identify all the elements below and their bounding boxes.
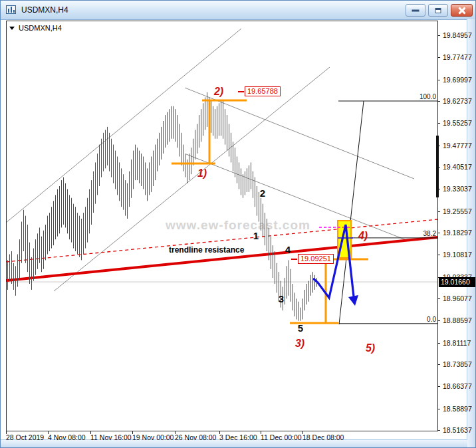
time-axis-label: 11 Dec 00:00	[261, 433, 302, 441]
price-axis-label: 19.69997	[443, 76, 472, 84]
price-axis-label: 19.10817	[443, 251, 472, 259]
price-flag-dash	[238, 91, 244, 92]
price-tick	[437, 320, 440, 321]
price-tick	[437, 57, 440, 58]
price-tick	[437, 80, 440, 80]
current-price-box: 19.01660	[439, 277, 475, 287]
restore-button[interactable]	[428, 4, 448, 17]
price-tick	[437, 233, 440, 233]
time-axis-label: 3 Dec 16:00	[219, 433, 257, 441]
price-tick	[437, 409, 440, 409]
price-tick	[437, 211, 440, 212]
chart-icon	[6, 5, 16, 14]
price-axis-label: 18.66377	[443, 382, 472, 390]
price-axis-label: 18.51637	[443, 426, 472, 434]
price-flag[interactable]: 19.65788	[245, 86, 281, 96]
time-axis-label: 28 Oct 2019	[6, 433, 44, 441]
title-bar[interactable]: USDMXN,H4	[1, 1, 475, 20]
window-title: USDMXN,H4	[21, 5, 68, 15]
price-tick	[437, 123, 440, 124]
price-axis-label: 19.47777	[443, 142, 472, 150]
minimize-icon	[412, 9, 419, 11]
price-axis-label: 18.81117	[443, 339, 471, 347]
price-axis-label: 18.73857	[443, 360, 472, 368]
price-axis-label: 19.62737	[443, 97, 472, 105]
price-axis-label: 18.88597	[443, 316, 472, 324]
window-controls	[406, 4, 473, 17]
price-axis-label: 19.25557	[443, 207, 472, 215]
time-tick	[48, 431, 49, 434]
time-axis-label: 11 Nov 16:00	[90, 433, 132, 441]
price-axis-label: 19.77477	[443, 53, 472, 61]
minimize-button[interactable]	[406, 4, 425, 17]
price-flag[interactable]: 19.09251	[298, 254, 334, 264]
price-axis-label: 18.96077	[443, 294, 472, 302]
time-axis-label: 18 Dec 08:00	[302, 433, 344, 441]
price-axis-label: 19.55257	[443, 119, 472, 127]
price-tick	[437, 255, 440, 255]
price-axis-label: 19.18297	[443, 229, 472, 237]
price-axis-label: 18.58897	[443, 405, 472, 413]
time-axis-label: 19 Nov 00:00	[132, 433, 174, 441]
time-tick	[302, 431, 303, 434]
axis-highlight-bar	[436, 136, 439, 197]
price-tick	[437, 386, 440, 387]
price-tick	[437, 101, 440, 102]
symbol-dropdown[interactable]: USDMXN,H4	[9, 24, 62, 32]
price-axis-label: 19.40517	[443, 163, 472, 171]
time-axis-label: 4 Nov 08:00	[48, 433, 86, 441]
time-tick	[90, 431, 91, 434]
time-axis-label: 26 Nov 08:00	[175, 433, 216, 441]
price-tick	[437, 35, 440, 36]
time-tick	[219, 431, 220, 434]
price-tick	[437, 343, 440, 344]
time-tick	[261, 431, 261, 434]
close-button[interactable]	[451, 4, 473, 17]
price-tick	[437, 298, 440, 299]
dropdown-arrow-icon	[9, 27, 15, 30]
symbol-label: USDMXN,H4	[19, 24, 62, 32]
time-tick	[175, 431, 176, 434]
price-axis-label: 19.33037	[443, 185, 472, 193]
price-flag-dash	[291, 259, 297, 260]
chart-plot-area[interactable]	[6, 21, 438, 431]
time-tick	[6, 431, 7, 434]
price-tick	[437, 364, 440, 365]
restore-icon	[435, 8, 441, 13]
time-tick	[132, 431, 133, 434]
price-axis-label: 19.84957	[443, 31, 472, 39]
price-tick	[437, 430, 440, 431]
chart-window: USDMXN,H4 www.ew-forecast.com100.038.20.…	[0, 0, 476, 448]
